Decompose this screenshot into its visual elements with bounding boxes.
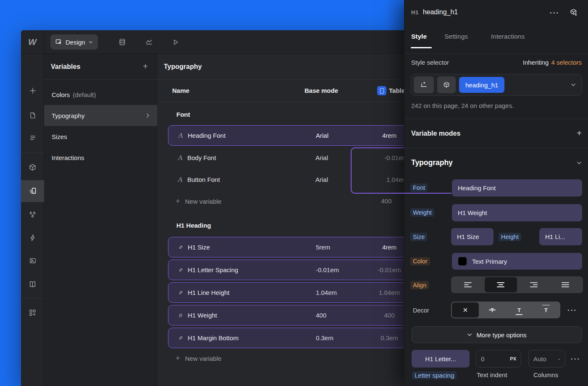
columns-input[interactable]: Auto -	[528, 350, 565, 368]
tab-style[interactable]: Style	[411, 33, 427, 40]
decor-more-icon[interactable]: ···	[567, 307, 577, 314]
decoration-none-button[interactable]	[452, 302, 479, 318]
font-variable-icon: A	[176, 147, 185, 168]
inheriting-link[interactable]: Inheriting4 selectors	[523, 59, 582, 66]
add-collection-icon[interactable]: +	[140, 62, 150, 72]
style-selector-row: Style selector Inheriting4 selectors	[411, 59, 582, 66]
inheriting-count: 4 selectors	[551, 59, 582, 66]
style-panel-icon[interactable]	[21, 181, 44, 200]
weight-property-label[interactable]: Weight	[410, 208, 434, 217]
class-chip[interactable]: heading_h1	[459, 77, 504, 93]
color-swatch	[458, 257, 467, 266]
size-variable-icon	[176, 328, 185, 348]
collection-item-sizes[interactable]: Sizes	[44, 126, 157, 147]
apps-icon[interactable]	[21, 303, 44, 322]
column-base-mode: Base mode	[304, 87, 338, 94]
more-type-options-button[interactable]: More type options	[412, 326, 582, 343]
tab-settings[interactable]: Settings	[444, 33, 468, 40]
section-label-h1-heading: H1 Heading	[176, 222, 211, 229]
unit-label[interactable]: PX	[510, 356, 516, 361]
table-panel-title: Typography	[164, 63, 202, 71]
font-value-pill[interactable]: Heading Font	[452, 179, 582, 197]
design-mode-label: Design	[66, 39, 85, 46]
align-left-button[interactable]	[452, 277, 485, 292]
svg-text:*: *	[423, 81, 425, 86]
table-row-heading-font[interactable]: A Heading Font Arial 4rem	[168, 125, 420, 146]
style-selector-label: Style selector	[411, 59, 449, 66]
size-value-pill[interactable]: H1 Size	[451, 228, 494, 245]
chevron-down-icon	[577, 161, 582, 165]
assets-icon[interactable]	[21, 251, 44, 270]
breakpoint-indicator-icon[interactable]: *	[414, 76, 434, 93]
more-options-icon[interactable]: ···	[550, 9, 559, 16]
size-property-label[interactable]: Size	[410, 233, 427, 241]
color-property-label[interactable]: Color	[410, 257, 430, 265]
pages-icon[interactable]	[21, 105, 44, 125]
components-icon[interactable]	[21, 158, 44, 177]
font-variable-icon: A	[176, 126, 185, 145]
decoration-overline-button[interactable]: T	[533, 302, 559, 318]
analytics-chart-icon[interactable]	[144, 37, 154, 47]
typography-section-title: Typography	[411, 158, 453, 167]
variable-modes-row: Variable modes +	[411, 129, 582, 138]
cms-database-icon[interactable]	[117, 37, 127, 47]
new-variable-button[interactable]: + New variable	[176, 195, 221, 207]
text-indent-caption: Text indent	[477, 371, 507, 378]
letter-spacing-value-pill[interactable]: H1 Letter...	[412, 350, 470, 368]
table-row-h1-size[interactable]: H1 Size 5rem 4rem	[168, 237, 420, 257]
align-right-button[interactable]	[517, 277, 550, 292]
columns-more-icon[interactable]: ···	[571, 355, 580, 362]
new-variable-button[interactable]: + New variable	[176, 352, 221, 365]
font-property-label[interactable]: Font	[410, 184, 428, 192]
table-row-h1-letter-spacing[interactable]: H1 Letter Spacing -0.01em -0.01em	[168, 260, 420, 280]
height-value-pill[interactable]: H1 Li...	[539, 228, 582, 245]
element-name: heading_h1	[423, 8, 458, 16]
variables-panel-title: Variables	[51, 63, 80, 71]
decoration-strikethrough-button[interactable]: T	[479, 302, 506, 318]
interactions-bolt-icon[interactable]	[21, 228, 44, 247]
selected-element-header: H1 heading_h1	[411, 8, 458, 16]
text-decoration-control: T T T	[451, 302, 560, 318]
chevron-down-icon	[467, 333, 472, 336]
number-variable-icon: #	[176, 305, 185, 325]
add-variable-mode-icon[interactable]: +	[577, 129, 582, 138]
selector-input[interactable]: * heading_h1	[411, 74, 582, 96]
libraries-book-icon[interactable]	[21, 274, 44, 294]
decoration-underline-button[interactable]: T	[506, 302, 533, 318]
tab-interactions[interactable]: Interactions	[491, 33, 525, 40]
collection-item-colors[interactable]: Colors (default)	[44, 84, 157, 105]
element-cube-icon[interactable]	[437, 76, 456, 93]
table-row-h1-margin-bottom[interactable]: H1 Margin Bottom 0.3em 0.3em	[168, 328, 420, 348]
letter-spacing-caption: Letter spacing	[412, 371, 457, 379]
text-indent-input[interactable]: 0 PX	[476, 350, 521, 368]
class-usage-text: 242 on this page, 24 on other pages.	[411, 102, 514, 109]
add-elements-icon[interactable]	[21, 81, 44, 100]
table-row-h1-line-height[interactable]: H1 Line Height 1.04em 1.04em	[168, 282, 420, 303]
variables-icon[interactable]	[21, 205, 44, 224]
weight-value-pill[interactable]: H1 Weight	[452, 204, 582, 221]
active-tab-underline	[411, 47, 432, 48]
variables-panel-header: Variables +	[44, 54, 157, 80]
table-row-h1-weight[interactable]: # H1 Weight 400 400	[168, 305, 420, 326]
overlay-value: 1.04em	[351, 176, 407, 183]
align-property-label[interactable]: Align	[410, 281, 429, 289]
inspector-tabs: Style Settings Interactions	[404, 31, 588, 54]
section-label-font: Font	[176, 111, 190, 118]
align-center-button[interactable]	[485, 277, 517, 292]
preview-play-icon[interactable]	[171, 37, 181, 47]
typography-section-header[interactable]: Typography	[411, 158, 582, 167]
size-variable-icon	[176, 260, 185, 280]
chevron-down-icon[interactable]	[571, 83, 576, 87]
font-variable-icon: A	[176, 169, 185, 190]
align-justify-button[interactable]	[550, 277, 583, 292]
text-align-control	[451, 276, 583, 293]
webflow-logo-icon[interactable]: W	[21, 30, 44, 54]
collection-item-typography[interactable]: Typography	[44, 105, 157, 126]
webflow-designer-screen: W Design	[0, 0, 588, 386]
create-component-icon[interactable]	[569, 8, 578, 17]
height-property-label[interactable]: Height	[499, 233, 521, 241]
design-mode-button[interactable]: Design	[50, 34, 98, 50]
navigator-icon[interactable]	[21, 128, 44, 147]
collection-item-interactions[interactable]: Interactions	[44, 147, 157, 168]
color-value-pill[interactable]: Text Primary	[452, 253, 582, 270]
